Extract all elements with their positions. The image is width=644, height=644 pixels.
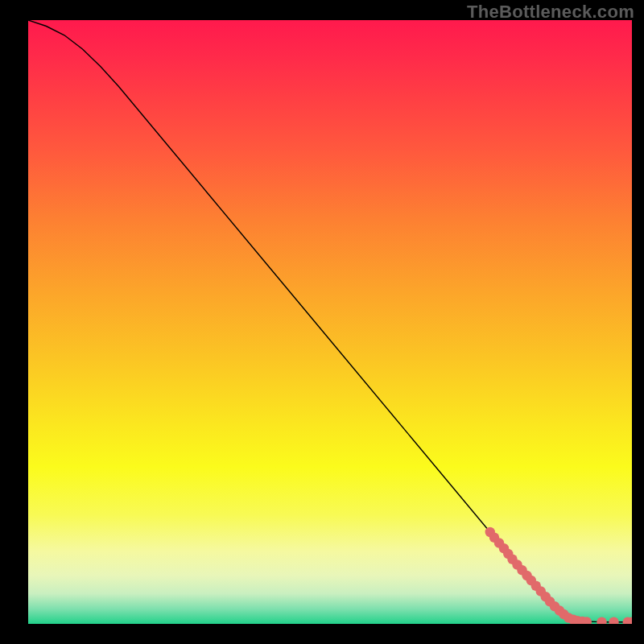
data-point [609, 617, 618, 624]
chart-plot-area [28, 20, 632, 624]
highlight-points [485, 527, 632, 624]
main-curve [28, 20, 632, 622]
data-point [597, 617, 606, 624]
chart-svg [28, 20, 632, 624]
